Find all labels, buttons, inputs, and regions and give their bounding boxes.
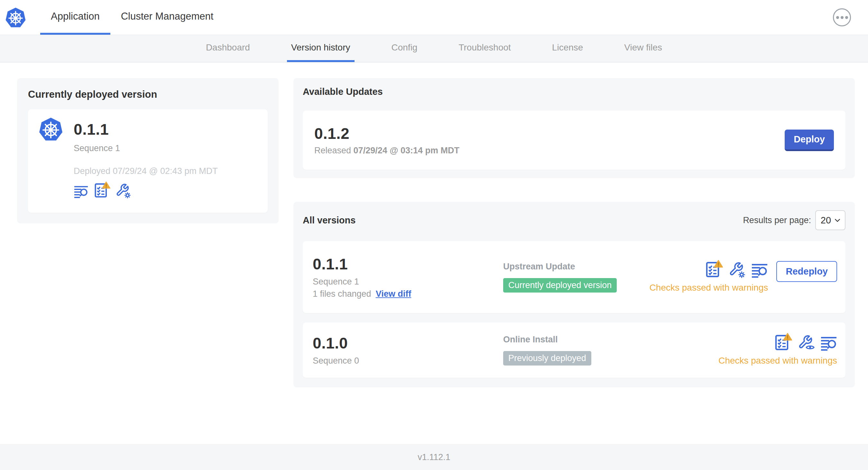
row-sequence: Sequence 0: [313, 356, 503, 366]
all-versions-title: All versions: [303, 215, 355, 226]
results-per-page: Results per page: 20: [743, 210, 845, 230]
deployed-timestamp: Deployed 07/29/24 @ 02:43 pm MDT: [74, 166, 218, 176]
status-badge: Currently deployed version: [503, 278, 617, 293]
tab-version-history[interactable]: Version history: [287, 35, 354, 62]
tab-view-files[interactable]: View files: [620, 35, 666, 62]
file-search-icon[interactable]: [820, 336, 837, 351]
currently-deployed-card: 0.1.1 Sequence 1 Deployed 07/29/24 @ 02:…: [28, 109, 268, 213]
file-search-icon[interactable]: [751, 263, 768, 278]
update-version-number: 0.1.2: [314, 125, 459, 142]
main-content: Currently deployed version 0.1.1 Sequenc…: [0, 62, 868, 444]
kubernetes-app-icon: [38, 117, 63, 142]
row-version-number: 0.1.1: [313, 255, 503, 273]
deployed-version-number: 0.1.1: [74, 121, 218, 138]
config-wrench-eye-icon[interactable]: [798, 335, 815, 351]
available-update-card: 0.1.2 Released 07/29/24 @ 03:14 pm MDT D…: [303, 110, 845, 170]
config-wrench-gear-icon[interactable]: [729, 262, 745, 278]
top-nav-tabs: Application Cluster Management: [40, 0, 224, 35]
status-badge: Previously deployed: [503, 351, 591, 366]
version-source-label: Online Install: [503, 335, 718, 345]
preflight-checklist-warning-icon[interactable]: [705, 259, 723, 278]
results-per-page-label: Results per page:: [743, 215, 811, 225]
tab-cluster-management-label: Cluster Management: [121, 11, 214, 22]
version-source-label: Upstream Update: [503, 262, 650, 272]
tab-license[interactable]: License: [548, 35, 587, 62]
currently-deployed-title: Currently deployed version: [28, 89, 268, 100]
checks-status-link[interactable]: Checks passed with warnings: [650, 282, 768, 293]
kubernetes-logo-icon: [5, 7, 26, 28]
preflight-checklist-warning-icon[interactable]: [774, 332, 792, 351]
preflight-checklist-warning-icon[interactable]: [94, 181, 110, 199]
redeploy-button[interactable]: Redeploy: [776, 261, 837, 282]
file-search-icon[interactable]: [74, 185, 89, 199]
tab-application[interactable]: Application: [40, 0, 110, 35]
footer: v1.112.1: [0, 444, 868, 470]
all-versions-section: All versions Results per page: 20 0.1.1 …: [293, 202, 855, 388]
results-per-page-value: 20: [821, 215, 831, 226]
tab-troubleshoot[interactable]: Troubleshoot: [454, 35, 515, 62]
deployed-version-actions: [74, 183, 218, 199]
row-sequence: Sequence 1: [313, 277, 503, 287]
version-row: 0.1.0 Sequence 0 Online Install Previous…: [303, 323, 845, 378]
checks-status-link[interactable]: Checks passed with warnings: [718, 356, 837, 366]
files-changed-label: 1 files changed: [313, 289, 371, 299]
results-per-page-select[interactable]: 20: [815, 210, 845, 230]
tab-cluster-management[interactable]: Cluster Management: [110, 0, 224, 35]
chevron-down-icon: [835, 219, 840, 222]
available-updates-title: Available Updates: [303, 87, 845, 97]
deployed-sequence: Sequence 1: [74, 143, 218, 153]
config-wrench-gear-icon[interactable]: [116, 183, 131, 199]
available-updates-section: Available Updates 0.1.2 Released 07/29/2…: [293, 78, 855, 178]
currently-deployed-section: Currently deployed version 0.1.1 Sequenc…: [17, 78, 279, 224]
deploy-button[interactable]: Deploy: [785, 130, 834, 151]
console-version: v1.112.1: [417, 452, 451, 462]
tab-application-label: Application: [51, 11, 100, 22]
row-version-number: 0.1.0: [313, 334, 503, 352]
top-nav: Application Cluster Management: [0, 0, 868, 35]
ellipsis-icon: [836, 16, 839, 19]
overflow-menu-button[interactable]: [833, 8, 851, 26]
row-action-icons: [774, 335, 837, 351]
row-action-icons: [705, 262, 768, 278]
update-released-timestamp: Released 07/29/24 @ 03:14 pm MDT: [314, 146, 459, 156]
tab-config[interactable]: Config: [388, 35, 422, 62]
app-sub-nav: Dashboard Version history Config Trouble…: [0, 35, 868, 62]
version-row: 0.1.1 Sequence 1 1 files changed View di…: [303, 241, 845, 313]
tab-dashboard[interactable]: Dashboard: [202, 35, 254, 62]
view-diff-link[interactable]: View diff: [376, 289, 411, 299]
